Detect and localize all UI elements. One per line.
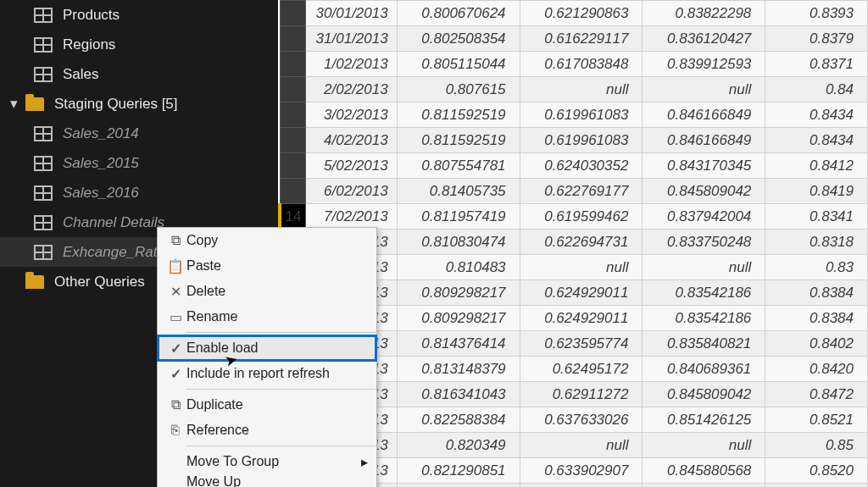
cell-value[interactable]: 0.807615 xyxy=(397,77,520,102)
cell-value[interactable]: 0.8434 xyxy=(765,128,868,153)
ctx-delete[interactable]: ✕Delete xyxy=(158,279,376,304)
ctx-copy[interactable]: ⧉Copy xyxy=(158,228,376,253)
ctx-move-to-group[interactable]: Move To Group▸ xyxy=(158,449,376,474)
cell-value[interactable]: 0.8434 xyxy=(765,102,868,128)
cell-value[interactable]: 0.833750248 xyxy=(643,230,765,255)
cell-value[interactable]: 0.8520 xyxy=(765,458,868,484)
row-number[interactable]: 12 xyxy=(280,153,305,179)
cell-value[interactable]: 0.619599462 xyxy=(520,204,643,230)
cell-value[interactable]: 0.820349 xyxy=(397,433,520,458)
cell-date[interactable]: 30/01/2013 xyxy=(305,1,397,26)
cell-value[interactable]: 0.8371 xyxy=(765,52,868,77)
sidebar-item-sales-2015[interactable]: Sales_2015 xyxy=(0,148,278,178)
cell-value[interactable]: null xyxy=(643,77,765,102)
cell-value[interactable]: 0.821290851 xyxy=(397,484,520,488)
cell-value[interactable]: 0.840689361 xyxy=(643,357,765,382)
cell-value[interactable]: 0.62911272 xyxy=(520,382,643,407)
cell-value[interactable]: 0.83 xyxy=(765,255,868,280)
cell-value[interactable]: 0.83542186 xyxy=(643,280,765,306)
cell-value[interactable]: 0.8520 xyxy=(765,484,868,488)
cell-value[interactable]: 0.83822298 xyxy=(643,1,765,26)
table-row[interactable]: 731/01/20130.8025083540.6162291170.83612… xyxy=(280,26,868,52)
cell-value[interactable]: 0.811957419 xyxy=(397,204,520,230)
cell-value[interactable]: 0.8379 xyxy=(765,26,868,52)
cell-value[interactable]: 0.623595774 xyxy=(520,331,643,357)
cell-value[interactable]: 0.617083848 xyxy=(520,52,643,77)
cell-value[interactable]: 0.839912593 xyxy=(643,52,765,77)
cell-value[interactable]: 0.624030352 xyxy=(520,153,643,179)
cell-value[interactable]: 0.845809042 xyxy=(643,179,765,204)
cell-value[interactable]: 0.809298217 xyxy=(397,306,520,331)
cell-value[interactable]: 0.835840821 xyxy=(643,331,765,357)
cell-value[interactable]: 0.851426125 xyxy=(643,407,765,433)
cell-value[interactable]: 0.62495172 xyxy=(520,357,643,382)
cell-value[interactable]: 0.633902907 xyxy=(520,484,643,488)
sidebar-item-sales-2014[interactable]: Sales_2014 xyxy=(0,119,278,148)
cell-value[interactable]: 0.800670624 xyxy=(397,1,520,26)
cell-date[interactable]: 3/02/2013 xyxy=(305,102,397,128)
folder-staging-queries[interactable]: ▾ Staging Queries [5] xyxy=(0,89,278,119)
cell-value[interactable]: null xyxy=(643,255,765,280)
cell-value[interactable]: 0.8521 xyxy=(765,407,868,433)
cell-value[interactable]: 0.619961083 xyxy=(520,128,643,153)
table-row[interactable]: 630/01/20130.8006706240.6212908630.83822… xyxy=(280,1,868,26)
cell-value[interactable]: 0.802508354 xyxy=(397,26,520,52)
cell-value[interactable]: 0.810483 xyxy=(397,255,520,280)
cell-value[interactable]: 0.846166849 xyxy=(643,128,765,153)
sidebar-item-products[interactable]: Products xyxy=(0,0,278,30)
cell-value[interactable]: 0.836120427 xyxy=(643,26,765,52)
ctx-rename[interactable]: ▭Rename xyxy=(158,304,376,329)
ctx-duplicate[interactable]: ⧉Duplicate xyxy=(158,392,376,418)
cell-value[interactable]: 0.622694731 xyxy=(520,230,643,255)
cell-value[interactable]: 0.807554781 xyxy=(397,153,520,179)
cell-date[interactable]: 2/02/2013 xyxy=(305,77,397,102)
cell-value[interactable]: 0.837942004 xyxy=(643,204,765,230)
cell-date[interactable]: 31/01/2013 xyxy=(305,26,397,52)
cell-value[interactable]: 0.637633026 xyxy=(520,407,643,433)
cell-value[interactable]: 0.8420 xyxy=(765,357,868,382)
cell-value[interactable]: 0.8341 xyxy=(765,204,868,230)
sidebar-item-sales[interactable]: Sales xyxy=(0,59,278,89)
cell-value[interactable]: 0.8318 xyxy=(765,230,868,255)
row-number[interactable]: 11 xyxy=(280,128,305,153)
row-number[interactable]: 14 xyxy=(280,204,305,230)
table-row[interactable]: 125/02/20130.8075547810.6240303520.84317… xyxy=(280,153,868,179)
cell-value[interactable]: 0.83542186 xyxy=(643,306,765,331)
cell-date[interactable]: 5/02/2013 xyxy=(305,153,397,179)
cell-date[interactable]: 7/02/2013 xyxy=(305,204,397,230)
ctx-paste[interactable]: 📋Paste xyxy=(158,253,376,279)
cell-date[interactable]: 4/02/2013 xyxy=(305,128,397,153)
row-number[interactable]: 6 xyxy=(280,1,305,26)
cell-value[interactable]: 0.805115044 xyxy=(397,52,520,77)
cell-value[interactable]: 0.622769177 xyxy=(520,179,643,204)
cell-value[interactable]: 0.8419 xyxy=(765,179,868,204)
table-row[interactable]: 92/02/20130.807615nullnull0.84 xyxy=(280,77,868,102)
cell-value[interactable]: 0.84 xyxy=(765,77,868,102)
cell-value[interactable]: null xyxy=(520,255,643,280)
table-row[interactable]: 81/02/20130.8051150440.6170838480.839912… xyxy=(280,52,868,77)
row-number[interactable]: 8 xyxy=(280,52,305,77)
row-number[interactable]: 7 xyxy=(280,26,305,52)
cell-value[interactable]: 0.822588384 xyxy=(397,407,520,433)
cell-value[interactable]: 0.811592519 xyxy=(397,102,520,128)
cell-value[interactable]: 0.811592519 xyxy=(397,128,520,153)
cell-value[interactable]: 0.81405735 xyxy=(397,179,520,204)
cell-value[interactable]: 0.616229117 xyxy=(520,26,643,52)
sidebar-item-sales-2016[interactable]: Sales_2016 xyxy=(0,178,278,208)
table-row[interactable]: 114/02/20130.8115925190.6199610830.84616… xyxy=(280,128,868,153)
cell-value[interactable]: 0.624929011 xyxy=(520,306,643,331)
ctx-reference[interactable]: ⎘Reference xyxy=(158,418,376,443)
cell-date[interactable]: 1/02/2013 xyxy=(305,52,397,77)
ctx-enable-load[interactable]: ✓Enable load xyxy=(158,335,376,361)
cell-value[interactable]: 0.8384 xyxy=(765,280,868,306)
cell-value[interactable]: 0.846166849 xyxy=(643,102,765,128)
ctx-move-up[interactable]: Move Up xyxy=(158,474,376,487)
cell-value[interactable]: 0.85 xyxy=(765,433,868,458)
cell-value[interactable]: 0.813148379 xyxy=(397,357,520,382)
cell-value[interactable]: 0.8412 xyxy=(765,153,868,179)
cell-value[interactable]: 0.821290851 xyxy=(397,458,520,484)
cell-value[interactable]: null xyxy=(520,433,643,458)
cell-value[interactable]: 0.8393 xyxy=(765,1,868,26)
row-number[interactable]: 13 xyxy=(280,179,305,204)
table-row[interactable]: 136/02/20130.814057350.6227691770.845809… xyxy=(280,179,868,204)
